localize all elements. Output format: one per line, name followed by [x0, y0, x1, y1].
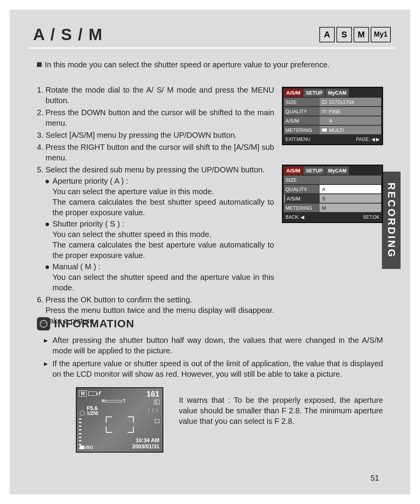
zoom-bar-icon [106, 400, 122, 402]
intro-line: In this mode you can select the shutter … [45, 60, 330, 69]
menu-value: A [320, 116, 381, 125]
menu-label: SIZE [284, 98, 320, 106]
header-bar: A / S / M A S M My1 [29, 21, 395, 49]
menu-row-size[interactable]: SIZE L2272x1704 [284, 98, 381, 106]
menu-value: MULTI [320, 126, 381, 134]
tab-mycam[interactable]: MyCAM [326, 89, 349, 97]
lcd-mode-icon: M [79, 390, 87, 397]
mode-boxes: A S M My1 [319, 27, 391, 42]
square-bullet-icon [37, 62, 42, 67]
page-number: 51 [371, 474, 379, 483]
menu-label: METERING [284, 204, 320, 212]
menu-row-quality[interactable]: QUALITY FINE [284, 107, 381, 116]
shutter-priority-item: Shutter priority ( S ) : You can select … [52, 219, 274, 261]
mode-s-icon: S [336, 27, 352, 42]
m-title: Manual ( M ) : [52, 262, 100, 271]
menu-row-metering[interactable]: METERING M [284, 204, 381, 212]
intro-text: In this mode you can select the shutter … [37, 60, 383, 69]
lcd-exposure-scale-icon [79, 418, 82, 449]
m-body: You can select the shutter speed and the… [52, 273, 274, 292]
flash-icon [98, 391, 102, 396]
menu-value: S [320, 194, 381, 203]
lcd-zoom-t: T [123, 399, 125, 403]
tab-setup[interactable]: SETUP [303, 89, 325, 97]
footer-exit[interactable]: EXIT:MENU [285, 137, 310, 142]
warning-text: It warns that : To be the properly expos… [179, 387, 383, 453]
mode-a-icon: A [319, 27, 335, 42]
step-2: Press the DOWN button and the cursor wil… [46, 107, 274, 128]
aperture-priority-item: Aperture priority ( A ) : You can select… [52, 176, 274, 218]
menu-value: A [320, 185, 381, 193]
lcd-date: 2003/01/31 [132, 443, 159, 450]
iso-box-icon [80, 446, 84, 449]
lcd-shutter-speed: 1/250 [87, 411, 98, 416]
footer-page[interactable]: PAGE: ◀ ▶ [356, 137, 380, 142]
step-1: Rotate the mode dial to the A/ S/ M mode… [46, 85, 274, 106]
menu-row-asm[interactable]: A/S/M A [284, 116, 381, 125]
content: In this mode you can select the shutter … [37, 60, 383, 328]
lcd-focus-frame [105, 416, 134, 433]
footer-set[interactable]: SET:OK [363, 214, 380, 220]
size-l-icon: L [322, 100, 327, 104]
step-5-head: Select the desired sub menu by pressing … [46, 165, 265, 174]
menu-label: METERING [284, 126, 320, 134]
menu-label: SIZE [284, 176, 320, 184]
lcd-time: 10:34 AM [136, 437, 159, 443]
information-section: ᵔᵕᵔ INFORMATION After pressing the shutt… [37, 317, 383, 453]
mode-my1-icon: My1 [371, 27, 391, 42]
step-5: Select the desired sub menu by pressing … [46, 165, 274, 293]
step-3: Select [A/S/M] menu by pressing the UP/D… [46, 130, 274, 140]
quality-fine-icon [322, 110, 327, 113]
lcd-share-icon [155, 419, 159, 423]
info-item-2: If the aperture value or shutter speed i… [52, 358, 383, 379]
info-item-1: After pressing the shutter button half w… [52, 335, 383, 356]
steps-column: Rotate the mode dial to the A/ S/ M mode… [37, 85, 274, 328]
menu-value: FINE [320, 107, 381, 116]
lcd-iso: ISO [80, 445, 93, 450]
tab-setup[interactable]: SETUP [303, 167, 325, 175]
menu-label: A/S/M [284, 116, 320, 125]
menu-row-size[interactable]: SIZE [284, 176, 381, 184]
mode-m-icon: M [354, 27, 369, 42]
lcd-shots-remaining: 161 [147, 390, 159, 399]
sp-title: Shutter priority ( S ) : [52, 220, 124, 228]
manual-item: Manual ( M ) : You can select the shutte… [52, 262, 274, 293]
ap-body: You can select the aperture value in thi… [52, 187, 274, 217]
lcd-quality-icon: ⋮⋮⋮ [147, 408, 159, 413]
tab-asm[interactable]: A/S/M [284, 167, 303, 175]
menu-screen-2: A/S/M SETUP MyCAM SIZE QUALITY A [282, 165, 383, 223]
menu-row-metering[interactable]: METERING MULTI [284, 126, 381, 134]
menu-screens: A/S/M SETUP MyCAM SIZE L2272x1704 QUALIT… [282, 87, 383, 328]
sp-body: You can select the shutter speed in this… [52, 230, 274, 260]
lcd-zoom-bar: W T [102, 399, 126, 403]
ap-title: Aperture priority ( A ) : [52, 177, 128, 185]
menu-label: A/S/M [284, 194, 320, 203]
metering-multi-icon [322, 128, 327, 132]
menu-value: L2272x1704 [320, 98, 381, 106]
menu-row-asm[interactable]: A/S/M S [284, 194, 381, 203]
menu-screen-1: A/S/M SETUP MyCAM SIZE L2272x1704 QUALIT… [282, 87, 383, 145]
footer-back[interactable]: BACK: ◀ [285, 214, 304, 220]
side-tab-recording: RECORDING [382, 172, 401, 269]
tab-mycam[interactable]: MyCAM [326, 167, 349, 175]
step-4: Press the RIGHT button and the cursor wi… [46, 142, 274, 163]
menu-label: QUALITY [284, 107, 320, 116]
information-heading: INFORMATION [54, 318, 134, 330]
lcd-preview: M 161 L ⋮⋮⋮ W T F5.6 1/250 [76, 387, 163, 453]
menu-label: QUALITY [284, 185, 320, 193]
menu-row-quality[interactable]: QUALITY A [284, 185, 381, 193]
tab-asm[interactable]: A/S/M [284, 89, 303, 97]
battery-icon [88, 392, 97, 396]
information-face-icon: ᵔᵕᵔ [37, 317, 50, 330]
lcd-size-l-icon: L [154, 400, 159, 405]
menu-value: M [320, 204, 381, 212]
self-timer-icon [80, 411, 85, 416]
menu-value [320, 176, 381, 184]
lcd-zoom-w: W [102, 399, 105, 403]
page-title: A / S / M [33, 25, 103, 44]
